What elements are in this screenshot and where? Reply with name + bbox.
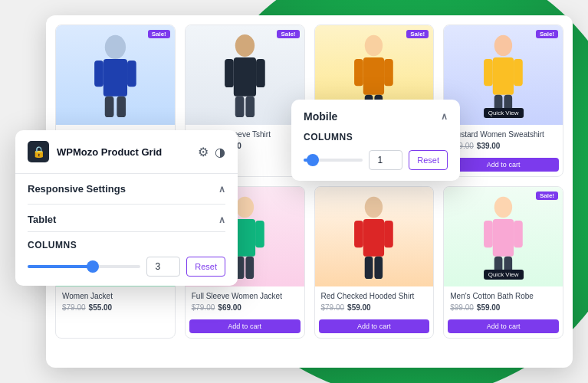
svg-rect-20 — [484, 59, 493, 86]
svg-rect-1 — [103, 59, 127, 97]
product-info: Full Sleeve Women Jacket $79.00 $69.00 — [186, 286, 304, 316]
svg-point-42 — [494, 196, 512, 217]
price-new: $39.00 — [477, 142, 501, 150]
slider-fill — [28, 265, 90, 268]
product-name: Full Sleeve Women Jacket — [192, 291, 298, 301]
sale-badge: Sale! — [536, 192, 558, 200]
svg-rect-8 — [225, 59, 234, 87]
svg-point-6 — [235, 34, 254, 56]
price-new: $59.00 — [347, 303, 371, 312]
svg-rect-33 — [255, 221, 264, 247]
settings-header: 🔒 WPMozo Product Grid ⚙ ◑ — [15, 130, 238, 174]
slider-track[interactable] — [28, 265, 140, 268]
settings-panel: 🔒 WPMozo Product Grid ⚙ ◑ Responsive Set… — [15, 130, 238, 286]
quick-view-badge[interactable]: Quick View — [484, 108, 524, 118]
slider-thumb[interactable] — [87, 260, 99, 273]
svg-point-12 — [365, 34, 383, 55]
product-price: $79.00 $55.00 — [62, 303, 169, 312]
product-card: Sale! Men's Cotton Bath Robe $99.00 $59.… — [443, 186, 563, 339]
sale-badge: Sale! — [536, 30, 558, 38]
mobile-panel-header: Mobile ∧ — [304, 110, 448, 123]
sale-badge: Sale! — [406, 30, 429, 38]
svg-rect-5 — [117, 96, 126, 116]
chevron-up-icon[interactable]: ∧ — [218, 184, 225, 195]
gear-icon[interactable]: ⚙ — [198, 145, 209, 159]
slider-row: Reset — [28, 257, 225, 277]
reset-button[interactable]: Reset — [186, 257, 225, 277]
price-new: $69.00 — [218, 303, 241, 312]
svg-point-18 — [494, 34, 512, 55]
price-old: $79.00 — [192, 303, 215, 312]
price-old: $79.00 — [62, 303, 86, 312]
svg-rect-2 — [94, 61, 103, 87]
product-name: Mustard Women Sweatshirt — [450, 129, 557, 139]
responsive-settings-header: Responsive Settings ∧ — [28, 183, 225, 195]
columns-label: COLUMNS — [28, 240, 225, 250]
columns-input[interactable] — [146, 257, 180, 277]
svg-rect-35 — [245, 256, 254, 278]
lock-icon: 🔒 — [28, 141, 49, 162]
svg-rect-21 — [514, 59, 523, 86]
svg-rect-45 — [514, 221, 523, 247]
product-image — [315, 187, 434, 286]
tablet-label: Tablet — [28, 214, 56, 225]
mobile-slider-row: Reset — [304, 150, 448, 170]
svg-rect-41 — [375, 256, 383, 278]
product-info: Women Jacket $79.00 $55.00 — [56, 286, 175, 316]
svg-point-36 — [365, 196, 383, 217]
svg-rect-19 — [493, 57, 514, 95]
product-name: Red Checked Hooded Shirt — [321, 291, 428, 301]
svg-rect-40 — [365, 256, 373, 278]
svg-rect-4 — [105, 96, 114, 116]
divider — [28, 204, 225, 205]
add-to-cart-button[interactable]: Add to cart — [189, 319, 301, 333]
product-image — [186, 25, 304, 125]
svg-point-0 — [105, 34, 126, 58]
mobile-label: Mobile — [304, 110, 337, 123]
product-image — [56, 25, 175, 125]
svg-rect-38 — [355, 221, 364, 247]
svg-rect-43 — [493, 219, 514, 257]
svg-rect-9 — [256, 59, 265, 87]
sale-badge: Sale! — [148, 30, 170, 38]
mobile-slider-thumb[interactable] — [307, 154, 319, 166]
product-info: Mustard Women Sweatshirt $99.00 $39.00 — [444, 125, 563, 155]
price-new: $59.00 — [477, 303, 501, 312]
contrast-icon[interactable]: ◑ — [215, 145, 225, 159]
chevron-up-icon[interactable]: ∧ — [441, 111, 448, 122]
responsive-settings-label: Responsive Settings — [28, 183, 126, 195]
mobile-reset-button[interactable]: Reset — [409, 150, 448, 170]
svg-rect-3 — [127, 61, 136, 87]
svg-point-30 — [235, 196, 253, 217]
mobile-slider-track[interactable] — [304, 159, 363, 162]
mobile-panel: Mobile ∧ COLUMNS Reset — [291, 100, 460, 181]
product-name: Men's Cotton Bath Robe — [450, 291, 557, 301]
quick-view-badge[interactable]: Quick View — [484, 270, 524, 280]
svg-rect-11 — [245, 96, 255, 116]
add-to-cart-button[interactable]: Add to cart — [319, 319, 430, 333]
product-info: Men's Cotton Bath Robe $99.00 $59.00 — [444, 286, 563, 316]
product-card: Red Checked Hooded Shirt $79.00 $59.00 A… — [314, 186, 435, 339]
add-to-cart-button[interactable]: Add to cart — [448, 158, 559, 172]
settings-title: WPMozo Product Grid — [57, 146, 162, 158]
tablet-header[interactable]: Tablet ∧ — [28, 214, 225, 232]
mobile-columns-input[interactable] — [369, 150, 402, 170]
chevron-up-icon[interactable]: ∧ — [218, 214, 225, 225]
product-info: Red Checked Hooded Shirt $79.00 $59.00 — [315, 286, 434, 316]
svg-rect-7 — [234, 57, 256, 97]
svg-rect-37 — [363, 219, 384, 257]
settings-icons: ⚙ ◑ — [198, 145, 225, 159]
price-new: $55.00 — [89, 303, 113, 312]
mobile-columns-label: COLUMNS — [304, 132, 448, 142]
product-name: Women Jacket — [62, 291, 169, 301]
product-price: $99.00 $59.00 — [450, 303, 557, 312]
add-to-cart-button[interactable]: Add to cart — [448, 319, 559, 333]
svg-rect-15 — [385, 59, 394, 86]
sale-badge: Sale! — [277, 30, 299, 38]
svg-rect-14 — [355, 59, 364, 86]
svg-rect-10 — [235, 96, 244, 116]
responsive-section: Responsive Settings ∧ Tablet ∧ COLUMNS R… — [15, 174, 238, 286]
product-price: $79.00 $59.00 — [321, 303, 428, 312]
product-card: Sale! Mustard Women Sweatshirt $99.00 $3… — [443, 25, 563, 177]
product-price: $79.00 $69.00 — [192, 303, 298, 312]
